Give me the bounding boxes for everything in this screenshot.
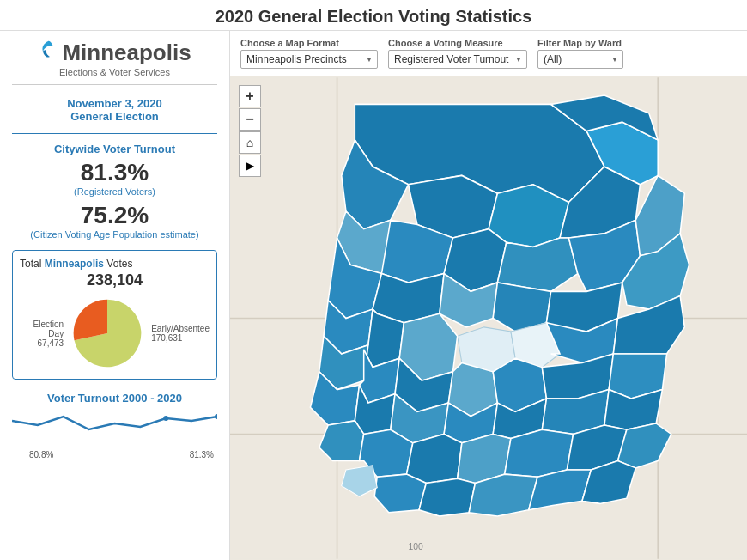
pie-labels-right: Early/Absentee 170,631 [151,324,210,343]
turnout-val-left: 80.8% [29,450,53,460]
map-svg: 100 480 100 [230,76,747,560]
citywide-label: Citywide Voter Turnout [12,143,217,155]
left-panel: Minneapolis Elections & Voter Services N… [0,31,230,560]
election-type: General Election [12,110,217,123]
turnout-history: Voter Turnout 2000 - 2020 80.8% 81.3% [12,392,217,460]
home-button[interactable]: ⌂ [239,131,261,154]
chart-area: 80.8% 81.3% [12,408,217,460]
play-button[interactable]: ▶ [239,155,261,177]
voting-measure-group: Choose a Voting Measure Registered Voter… [388,38,527,69]
svg-marker-54 [505,429,574,477]
registered-turnout-label: (Registered Voters) [12,186,217,197]
map-container: 100 480 100 [230,76,747,560]
filter-ward-select[interactable]: (All) [537,50,623,69]
svg-point-1 [215,414,217,419]
zoom-out-button[interactable]: − [239,108,261,131]
zoom-controls: + − ⌂ ▶ [239,85,261,177]
filter-ward-label: Filter Map by Ward [537,38,623,48]
filter-ward-select-wrapper[interactable]: (All) [537,50,623,69]
controls-bar: Choose a Map Format Minneapolis Precinct… [230,31,747,76]
votes-box: Total Minneapolis Votes 238,104 Election… [12,250,217,380]
map-format-select-wrapper[interactable]: Minneapolis Precincts [240,50,378,69]
voting-measure-select-wrapper[interactable]: Registered Voter Turnout [388,50,527,69]
city-name: Minneapolis [62,41,191,64]
pie-chart [72,295,143,372]
logo-subtitle: Elections & Voter Services [59,67,170,77]
svg-text:100: 100 [409,542,424,551]
turnout-history-title: Voter Turnout 2000 - 2020 [12,392,217,405]
page-title: 2020 General Election Voting Statistics [14,7,733,27]
map-format-group: Choose a Map Format Minneapolis Precinct… [240,38,378,69]
election-date: November 3, 2020 [12,97,217,110]
votes-title: Total Minneapolis Votes [20,258,210,270]
body: Minneapolis Elections & Voter Services N… [0,31,747,560]
page-header: 2020 General Election Voting Statistics [0,0,747,31]
cvap-label: (Citizen Voting Age Population estimate) [12,229,217,240]
map-format-label: Choose a Map Format [240,38,378,48]
map-format-select[interactable]: Minneapolis Precincts [240,50,378,69]
total-votes: 238,104 [20,271,210,289]
right-panel: Choose a Map Format Minneapolis Precinct… [230,31,747,560]
registered-turnout-value: 81.3% [12,159,217,186]
zoom-in-button[interactable]: + [239,85,261,107]
svg-marker-58 [419,478,475,516]
pie-labels-left: Election Day 67,473 [20,320,64,348]
logo-area: Minneapolis Elections & Voter Services [12,40,217,85]
voting-measure-label: Choose a Voting Measure [388,38,527,48]
voting-measure-select[interactable]: Registered Voter Turnout [388,50,527,69]
pie-area: Election Day 67,473 Early/Absentee 170,6… [20,295,210,372]
app-container: 2020 General Election Voting Statistics … [0,0,747,560]
election-day-label: Election Day 67,473 [20,320,64,348]
cvap-value: 75.2% [12,202,217,229]
svg-point-0 [163,416,168,421]
turnout-val-right: 81.3% [190,450,214,460]
divider-1 [12,133,217,134]
bird-icon [38,40,58,65]
date-section: November 3, 2020 General Election [12,97,217,123]
logo-row: Minneapolis [38,40,191,65]
early-absentee-label: Early/Absentee 170,631 [151,324,210,343]
filter-ward-group: Filter Map by Ward (All) [537,38,623,69]
